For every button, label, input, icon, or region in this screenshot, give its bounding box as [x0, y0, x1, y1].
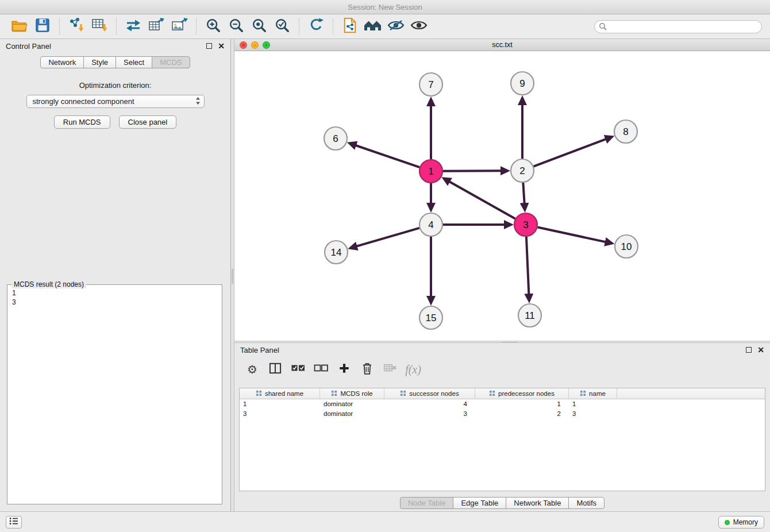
tab-network-table[interactable]: Network Table: [506, 497, 569, 509]
cell-successor-nodes[interactable]: 3: [384, 409, 475, 419]
search-icon: [599, 22, 607, 33]
graph-node-6[interactable]: 6: [324, 127, 347, 150]
trash-icon: [361, 362, 373, 377]
tab-network[interactable]: Network: [40, 56, 84, 68]
birds-eye-view-button[interactable]: [407, 16, 430, 37]
column-header-mcds-role[interactable]: MCDS role: [320, 388, 384, 399]
export-table-button[interactable]: [145, 16, 168, 37]
graph-edge-3-10[interactable]: [538, 227, 606, 242]
svg-text:9: 9: [519, 78, 525, 89]
graph-node-2[interactable]: 2: [511, 159, 534, 182]
graph-edge-4-14[interactable]: [357, 228, 419, 246]
minimize-window-icon[interactable]: −: [251, 41, 259, 49]
table-settings-button[interactable]: ⚙: [245, 362, 260, 377]
select-all-columns-button[interactable]: [291, 362, 306, 377]
optimization-criterion-label: Optimization criterion:: [0, 81, 230, 90]
export-image-icon: [171, 17, 188, 36]
export-network-button[interactable]: [122, 16, 145, 37]
delete-table-button[interactable]: [383, 362, 398, 377]
cell-shared-name[interactable]: 1: [240, 399, 320, 409]
close-window-icon[interactable]: ✕: [240, 41, 247, 49]
graph-node-7[interactable]: 7: [419, 73, 442, 96]
zoom-out-button[interactable]: [225, 16, 248, 37]
table-row[interactable]: 3 dominator 3 2 3: [240, 409, 765, 419]
graph-edge-1-2[interactable]: [443, 171, 501, 171]
toolbar-separator: [59, 18, 60, 35]
network-window-titlebar: ✕ − + scc.txt: [234, 39, 770, 51]
graph-node-11[interactable]: 11: [518, 304, 541, 327]
tab-style[interactable]: Style: [83, 56, 116, 68]
open-session-button[interactable]: [8, 16, 31, 37]
run-mcds-button[interactable]: Run MCDS: [54, 115, 110, 129]
graphics-details-button[interactable]: [384, 16, 407, 37]
network-graph[interactable]: 7968124314101511: [234, 51, 770, 341]
tab-mcds[interactable]: MCDS: [152, 56, 190, 68]
plus-icon: [338, 363, 350, 376]
zoom-fit-button[interactable]: [248, 16, 271, 37]
graph-node-1[interactable]: 1: [419, 160, 442, 183]
delete-column-button[interactable]: [360, 362, 375, 377]
graph-node-3[interactable]: 3: [514, 213, 537, 236]
graph-edge-2-8[interactable]: [534, 139, 606, 167]
table-panel-title: Table Panel: [240, 346, 279, 354]
close-panel-button[interactable]: Close panel: [119, 115, 177, 129]
mcds-result-title: MCDS result (2 nodes): [11, 280, 86, 288]
tab-edge-table[interactable]: Edge Table: [453, 497, 506, 509]
export-image-button[interactable]: [168, 16, 191, 37]
column-header-shared-name[interactable]: shared name: [240, 388, 320, 399]
import-table-button[interactable]: [88, 16, 111, 37]
cell-mcds-role[interactable]: dominator: [320, 399, 384, 409]
result-item[interactable]: 1: [12, 288, 217, 298]
cell-predecessor-nodes[interactable]: 2: [475, 409, 569, 419]
memory-button[interactable]: Memory: [718, 516, 764, 529]
search-input[interactable]: [594, 20, 762, 33]
graph-node-4[interactable]: 4: [419, 213, 442, 236]
graph-edge-2-3[interactable]: [523, 183, 524, 203]
home-layout-button[interactable]: [361, 16, 384, 37]
zoom-in-button[interactable]: [202, 16, 225, 37]
graphics-details-eye-icon: [387, 19, 405, 34]
splitter-grip: [232, 269, 233, 284]
cell-shared-name[interactable]: 3: [240, 409, 320, 419]
cell-name[interactable]: 1: [569, 399, 617, 409]
tab-motifs[interactable]: Motifs: [568, 497, 605, 509]
save-session-button[interactable]: [31, 16, 54, 37]
cell-name[interactable]: 3: [569, 409, 617, 419]
close-panel-icon[interactable]: ✕: [218, 43, 225, 49]
cell-successor-nodes[interactable]: 4: [384, 399, 475, 409]
table-row[interactable]: 1 dominator 4 1 1: [240, 399, 765, 409]
close-panel-icon[interactable]: ✕: [757, 347, 764, 353]
import-network-button[interactable]: [65, 16, 88, 37]
graph-edge-3-11[interactable]: [526, 237, 529, 294]
graph-node-15[interactable]: 15: [419, 306, 442, 329]
tab-select[interactable]: Select: [116, 56, 152, 68]
tab-node-table[interactable]: Node Table: [400, 497, 454, 509]
graph-node-14[interactable]: 14: [325, 241, 348, 264]
show-columns-button[interactable]: [268, 362, 283, 377]
cell-predecessor-nodes[interactable]: 1: [475, 399, 569, 409]
float-panel-icon[interactable]: [746, 347, 752, 353]
graph-edge-1-6[interactable]: [356, 145, 419, 167]
maximize-window-icon[interactable]: +: [263, 41, 270, 49]
column-header-successor-nodes[interactable]: successor nodes: [384, 388, 475, 399]
network-document-button[interactable]: [338, 16, 361, 37]
float-panel-icon[interactable]: [206, 43, 212, 49]
graph-node-8[interactable]: 8: [614, 120, 637, 143]
optimization-criterion-select[interactable]: strongly connected component: [26, 95, 205, 108]
graph-node-9[interactable]: 9: [511, 72, 534, 95]
toolbar-search: [594, 20, 762, 33]
cell-mcds-role[interactable]: dominator: [320, 409, 384, 419]
column-type-icon: [400, 390, 406, 398]
column-header-predecessor-nodes[interactable]: predecessor nodes: [475, 388, 569, 399]
function-builder-button[interactable]: f(x): [406, 362, 421, 377]
column-header-name[interactable]: name: [569, 388, 617, 399]
unselect-all-columns-button[interactable]: [314, 362, 329, 377]
graph-node-10[interactable]: 10: [615, 235, 638, 258]
task-history-button[interactable]: [6, 516, 22, 529]
create-column-button[interactable]: [337, 362, 352, 377]
result-item[interactable]: 3: [12, 298, 217, 307]
graph-edge-3-1[interactable]: [449, 182, 515, 219]
network-canvas[interactable]: 7968124314101511: [234, 51, 770, 341]
zoom-selected-button[interactable]: [271, 16, 294, 37]
refresh-layout-button[interactable]: [305, 16, 328, 37]
